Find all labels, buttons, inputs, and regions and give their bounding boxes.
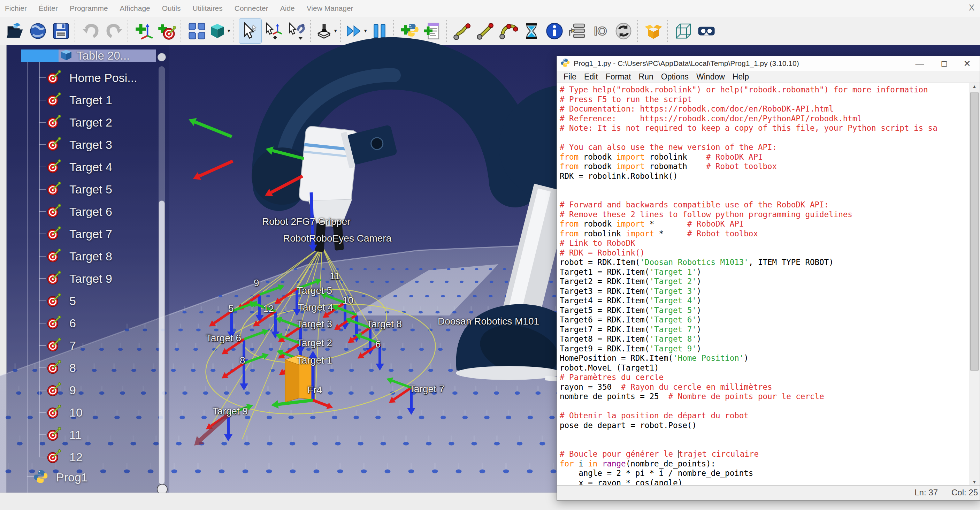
target-icon — [46, 449, 62, 465]
code-area[interactable]: # Type help("robodk.robolink") or help("… — [557, 83, 980, 486]
tree-item-target-6[interactable]: Target 6 — [46, 204, 112, 220]
target-icon — [46, 136, 62, 153]
tree-item-table-selected[interactable]: Table 20... — [21, 49, 156, 62]
editor-menu-help[interactable]: Help — [729, 72, 753, 81]
editor-scrollbar[interactable]: ▲ ▼ — [969, 83, 980, 485]
scene-label-9: 9 — [254, 277, 259, 288]
tree-connector — [39, 412, 46, 413]
tree-connector — [39, 323, 46, 324]
code-line: from robodk import robolink # RoboDK API — [560, 152, 963, 162]
tree-item-label: 7 — [69, 339, 76, 352]
tree-connector — [39, 122, 46, 123]
tree-connector — [39, 278, 46, 279]
code-line — [560, 191, 963, 201]
tree-item-prog1[interactable]: Prog1 — [33, 469, 88, 485]
target-icon — [46, 248, 62, 265]
code-line: # Documentation: https://robodk.com/doc/… — [560, 104, 963, 114]
tree-item-label: 12 — [69, 450, 83, 464]
code-line — [560, 430, 963, 440]
tree-item-target-4[interactable]: Target 4 — [46, 159, 112, 175]
target-icon — [46, 69, 62, 86]
python-editor-window: Prog1_1.py - C:\Users\PC\AppData\Local\T… — [557, 56, 980, 500]
code-line: nombre_de_points = 25 # Nombre de points… — [560, 392, 963, 402]
editor-menu-format[interactable]: Format — [602, 72, 635, 81]
tree-item-target-8[interactable]: Target 8 — [46, 248, 112, 264]
code-line: # Reference: https://robodk.com/doc/en/P… — [560, 114, 963, 124]
maximize-button[interactable]: □ — [936, 57, 952, 70]
code-line: # You can also use the new version of th… — [560, 143, 963, 152]
code-line: pose_de_depart = robot.Pose() — [560, 421, 963, 430]
selection-highlight: Table 20... — [59, 49, 156, 62]
tree-item-5[interactable]: 5 — [46, 293, 76, 309]
code-line: Target5 = RDK.Item('Target 5') — [560, 306, 963, 316]
editor-menu-file[interactable]: File — [560, 72, 580, 81]
tree-connector — [39, 167, 46, 167]
editor-menu-edit[interactable]: Edit — [580, 72, 602, 81]
scene-label-target-1: Target 1 — [297, 355, 332, 366]
code-line: # Paramètres du cercle — [560, 373, 963, 382]
tree-item-label: 11 — [69, 428, 81, 441]
minimize-button[interactable]: — — [912, 57, 928, 70]
scene-label-fr4: Fr4 — [307, 384, 322, 396]
tree-item-target-9[interactable]: Target 9 — [46, 271, 112, 287]
close-button[interactable]: ✕ — [959, 57, 975, 70]
editor-menu-bar: FileEditFormatRunOptionsWindowHelp — [557, 71, 980, 83]
code-line: from robodk import * # RoboDK API — [560, 219, 963, 229]
target-icon — [46, 203, 62, 220]
tree-scroll-top-knob[interactable] — [158, 53, 166, 61]
scene-label-6: 6 — [375, 339, 381, 350]
scene-label-target-3: Target 3 — [297, 319, 332, 330]
target-icon — [46, 426, 62, 443]
tree-connector — [39, 457, 46, 457]
tree-item-target-1[interactable]: Target 1 — [46, 92, 112, 108]
code-line: # Press F5 to run the script — [560, 95, 963, 105]
tree-connector — [39, 77, 46, 78]
tree-item-target-7[interactable]: Target 7 — [46, 226, 112, 242]
target-icon — [46, 226, 62, 242]
scroll-down-icon[interactable]: ▼ — [969, 479, 980, 484]
tree-item-8[interactable]: 8 — [46, 360, 76, 376]
code-line: # Note: It is not required to keep a cop… — [560, 123, 963, 133]
tree-item-label: Target 3 — [69, 138, 112, 151]
scene-label-11: 11 — [330, 271, 340, 282]
editor-menu-options[interactable]: Options — [657, 72, 692, 81]
scene-label-robot-2fg7-gripper: Robot 2FG7 Gripper — [262, 216, 351, 227]
tree-scrollbar-thumb[interactable] — [159, 201, 165, 484]
editor-menu-run[interactable]: Run — [635, 72, 657, 81]
code-line: angle = 2 * pi * i / nombre_de_points — [560, 469, 963, 478]
line-indicator: Ln: 37 — [915, 488, 938, 497]
tree-item-target-5[interactable]: Target 5 — [46, 181, 112, 197]
column-indicator: Col: 25 — [951, 488, 978, 497]
tree-connector — [39, 100, 46, 100]
code-line: # Forward and backwards compatible use o… — [560, 200, 963, 210]
editor-scrollbar-thumb[interactable] — [970, 92, 978, 371]
tree-item-9[interactable]: 9 — [46, 382, 76, 398]
tree-item-target-3[interactable]: Target 3 — [46, 137, 112, 153]
scene-label-target-6: Target 6 — [206, 333, 241, 344]
editor-menu-window[interactable]: Window — [692, 72, 729, 81]
target-icon — [46, 404, 62, 421]
code-line — [560, 133, 963, 143]
tree-item-7[interactable]: 7 — [46, 338, 76, 354]
code-line: Target3 = RDK.Item('Target 3') — [560, 287, 963, 296]
code-line: # Remove these 2 lines to follow python … — [560, 210, 963, 220]
tree-item-label: Target 7 — [69, 227, 112, 241]
tree-item-6[interactable]: 6 — [46, 315, 76, 331]
target-icon — [46, 292, 62, 309]
scene-label-8: 8 — [240, 355, 245, 366]
tree-item-12[interactable]: 12 — [46, 449, 83, 465]
tree-connector — [39, 61, 40, 457]
scroll-up-icon[interactable]: ▲ — [969, 84, 980, 89]
scene-label-target-9: Target 9 — [213, 406, 248, 417]
code-line: HomePosition = RDK.Item('Home Position') — [560, 354, 963, 363]
tree-item-label: Target 4 — [69, 160, 112, 174]
tree-item-label: Target 9 — [69, 272, 112, 285]
code-line — [560, 402, 963, 411]
tree-item-home-posi-[interactable]: Home Posi... — [46, 70, 137, 86]
tree-item-target-2[interactable]: Target 2 — [46, 114, 112, 131]
code-line: # Link to RoboDK — [560, 238, 963, 248]
code-line: Target8 = RDK.Item('Target 8') — [560, 334, 963, 344]
tree-item-10[interactable]: 10 — [46, 404, 83, 421]
tree-item-11[interactable]: 11 — [46, 427, 81, 443]
station-tree: Table 20... Home Posi...Target 1Target 2… — [0, 45, 174, 492]
